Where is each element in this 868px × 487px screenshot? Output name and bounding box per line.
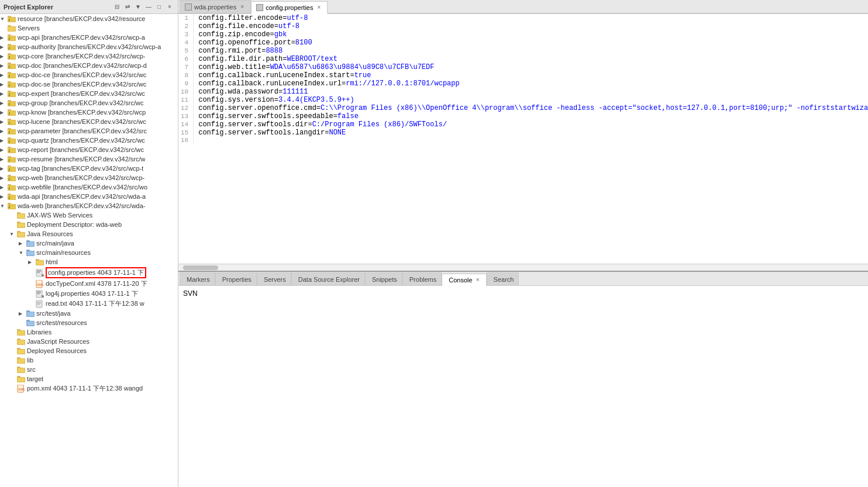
editor-tab-wda-properties[interactable]: wda.properties×	[180, 0, 251, 13]
tree-item-jax-ws[interactable]: JAX-WS Web Services	[0, 210, 178, 220]
tree-item-lib[interactable]: lib	[0, 355, 178, 365]
tree-item-servers[interactable]: Servers	[0, 23, 178, 33]
tree-item-deployed-resources[interactable]: Deployed Resources	[0, 346, 178, 355]
tree-item-html[interactable]: ▶html	[0, 257, 178, 267]
tab-icon-wda-properties	[185, 4, 192, 11]
tree-item-docTypeConf-xml[interactable]: XMLdocTypeConf.xml 4378 17-11-20 下	[0, 279, 178, 289]
tree-label-wcp-report: wcp-report [branches/EKCP.dev.v342/src/w…	[18, 146, 144, 153]
svg-text:J: J	[8, 186, 10, 190]
tab-close-wda-properties[interactable]: ×	[239, 4, 246, 11]
line-content-12: config.server.openoffice.cmd=C:\\Program…	[194, 104, 868, 112]
tree-item-target[interactable]: target	[0, 374, 178, 384]
tree-item-read-txt[interactable]: read.txt 4043 17-11-1 下午12:38 w	[0, 299, 178, 309]
tree-item-wcp-parameter[interactable]: ▶Jwcp-parameter [branches/EKCP.dev.v342/…	[0, 126, 178, 136]
tree-item-wda-web[interactable]: ▼Jwda-web [branches/EKCP.dev.v342/src/wd…	[0, 201, 178, 210]
tree-item-log4j-properties[interactable]: log4j.properties 4043 17-11-1 下	[0, 289, 178, 299]
bottom-tab-markers[interactable]: Markers	[180, 272, 215, 285]
tree-item-wcp-authority[interactable]: ▶Jwcp-authority [branches/EKCP.dev.v342/…	[0, 42, 178, 51]
line-number-16: 16	[178, 137, 194, 144]
tree-item-wcp-group[interactable]: ▶Jwcp-group [branches/EKCP.dev.v342/src/…	[0, 98, 178, 108]
tree-arrow-wcp-know: ▶	[0, 110, 7, 115]
line-content-9: config.callback.runLuceneIndex.url=rmi:/…	[194, 80, 868, 88]
tree-label-java-resources: Java Resources	[27, 230, 73, 237]
tree-item-wcp-quartz[interactable]: ▶Jwcp-quartz [branches/EKCP.dev.v342/src…	[0, 136, 178, 145]
collapse-all-button[interactable]: ⊟	[112, 2, 122, 12]
maximize-panel-button[interactable]: □	[154, 2, 164, 12]
view-menu-button[interactable]: ▼	[133, 2, 143, 12]
tree-icon-wcp-webfile: J	[7, 183, 16, 191]
tree-item-java-resources[interactable]: ▼Java Resources	[0, 229, 178, 239]
tab-icon-config-properties	[256, 4, 263, 11]
tree-item-src[interactable]: src	[0, 365, 178, 374]
tree-item-wcp-doc-ce[interactable]: ▶Jwcp-doc-ce [branches/EKCP.dev.v342/src…	[0, 70, 178, 80]
bottom-tab-search[interactable]: Search	[487, 272, 519, 285]
line-key-15: config.server.swftools.langdir=	[198, 129, 329, 137]
tree-item-wcp-tag[interactable]: ▶Jwcp-tag [branches/EKCP.dev.v342/src/wc…	[0, 164, 178, 173]
minimize-panel-button[interactable]: —	[144, 2, 153, 12]
tree-label-wcp-doc: wcp-doc [branches/EKCP.dev.v342/src/wcp-…	[18, 62, 147, 69]
bottom-tab-problems[interactable]: Problems	[402, 272, 442, 285]
tree-arrow-wcp-lucene: ▶	[0, 119, 7, 125]
tree-item-wcp-core[interactable]: ▶Jwcp-core [branches/EKCP.dev.v342/src/w…	[0, 51, 178, 61]
tree-label-wcp-web: wcp-web [branches/EKCP.dev.v342/src/wcp-	[18, 174, 144, 181]
bottom-tab-servers[interactable]: Servers	[257, 272, 291, 285]
svg-text:J: J	[8, 84, 10, 87]
tree-item-wcp-doc[interactable]: ▶Jwcp-doc [branches/EKCP.dev.v342/src/wc…	[0, 61, 178, 70]
tree-item-src-test-resources[interactable]: src/test/resources	[0, 318, 178, 327]
editor-scroll-bar[interactable]	[178, 264, 868, 271]
tree-item-wcp-web[interactable]: ▶Jwcp-web [branches/EKCP.dev.v342/src/wc…	[0, 173, 178, 182]
tree-item-wcp-lucene[interactable]: ▶Jwcp-lucene [branches/EKCP.dev.v342/src…	[0, 117, 178, 126]
bottom-tab-properties[interactable]: Properties	[215, 272, 257, 285]
tree-label-pom-xml: pom.xml 4043 17-11-1 下午12:38 wangd	[27, 384, 143, 393]
tree-view[interactable]: ▼Jresource [branches/EKCP.dev.v342/resou…	[0, 14, 178, 487]
bottom-tab-label-servers: Servers	[264, 276, 286, 283]
line-val-10: 111111	[283, 88, 308, 96]
tree-item-wcp-webfile[interactable]: ▶Jwcp-webfile [branches/EKCP.dev.v342/sr…	[0, 182, 178, 192]
tree-icon-read-txt	[35, 300, 44, 308]
tree-item-config-properties-file[interactable]: config.properties 4043 17-11-1 下	[0, 267, 178, 279]
editor-area[interactable]: 1config.filter.encode=utf-82config.file.…	[178, 14, 868, 264]
tree-icon-wcp-doc-ce: J	[7, 71, 16, 79]
bottom-tab-console[interactable]: Console×	[442, 274, 486, 286]
tree-item-wcp-report[interactable]: ▶Jwcp-report [branches/EKCP.dev.v342/src…	[0, 145, 178, 154]
tab-close-config-properties[interactable]: ×	[315, 4, 322, 11]
link-with-editor-button[interactable]: ⇄	[123, 2, 132, 12]
line-key-11: config.sys.version=	[198, 96, 278, 104]
line-content-16	[194, 137, 868, 144]
line-key-13: config.server.swftools.speedable=	[198, 112, 337, 120]
tree-item-deployment-descriptor[interactable]: Deployment Descriptor: wda-web	[0, 220, 178, 229]
tree-item-wcp-doc-se[interactable]: ▶Jwcp-doc-se [branches/EKCP.dev.v342/src…	[0, 80, 178, 89]
tree-item-wcp-expert[interactable]: ▶Jwcp-expert [branches/EKCP.dev.v342/src…	[0, 89, 178, 98]
tree-icon-wcp-quartz: J	[7, 136, 16, 144]
tree-item-src-main-java[interactable]: ▶src/main/java	[0, 239, 178, 248]
tree-icon-src-main-resources	[26, 248, 35, 257]
bottom-tab-datasource[interactable]: Data Source Explorer	[291, 272, 365, 285]
close-panel-button[interactable]: ×	[165, 2, 174, 12]
tree-item-src-test-java[interactable]: ▶src/test/java	[0, 309, 178, 318]
tree-item-pom-xml[interactable]: XMLpom.xml 4043 17-11-1 下午12:38 wangd	[0, 384, 178, 393]
tree-item-wcp-know[interactable]: ▶Jwcp-know [branches/EKCP.dev.v342/src/w…	[0, 108, 178, 117]
svg-rect-102	[37, 270, 41, 271]
editor-line-12: 12config.server.openoffice.cmd=C:\\Progr…	[178, 104, 868, 112]
tree-item-src-main-resources[interactable]: ▼src/main/resources	[0, 248, 178, 257]
tree-item-javascript-resources[interactable]: JavaScript Resources	[0, 337, 178, 346]
editor-tab-config-properties[interactable]: config.properties×	[251, 1, 328, 14]
tree-item-resource[interactable]: ▼Jresource [branches/EKCP.dev.v342/resou…	[0, 14, 178, 23]
editor-line-3: 3config.zip.encode=gbk	[178, 30, 868, 39]
svg-rect-115	[37, 303, 41, 303]
editor-line-14: 14config.server.swftools.dir=C:/Program …	[178, 120, 868, 129]
bottom-tab-snippets[interactable]: Snippets	[365, 272, 402, 285]
editor-line-8: 8config.callback.runLuceneIndex.start=tr…	[178, 71, 868, 80]
tree-item-wda-api[interactable]: ▶Jwda-api [branches/EKCP.dev.v342/src/wd…	[0, 192, 178, 201]
bottom-tab-close-console[interactable]: ×	[474, 277, 481, 284]
tree-item-wcp-api[interactable]: ▶Jwcp-api [branches/EKCP.dev.v342/src/wc…	[0, 33, 178, 42]
line-content-3: config.zip.encode=gbk	[194, 30, 868, 39]
tree-arrow-wcp-expert: ▶	[0, 91, 7, 96]
tree-item-libraries[interactable]: Libraries	[0, 327, 178, 337]
tree-arrow-src-main-resources: ▼	[19, 250, 26, 255]
line-val-1: utf-8	[287, 14, 308, 22]
tree-item-wcp-resume[interactable]: ▶Jwcp-resume [branches/EKCP.dev.v342/src…	[0, 154, 178, 164]
line-content-7: config.web.title=WDA\u6587\u6863\u9884\u…	[194, 63, 868, 71]
tree-icon-deployed-resources	[16, 347, 26, 355]
line-content-8: config.callback.runLuceneIndex.start=tru…	[194, 71, 868, 80]
